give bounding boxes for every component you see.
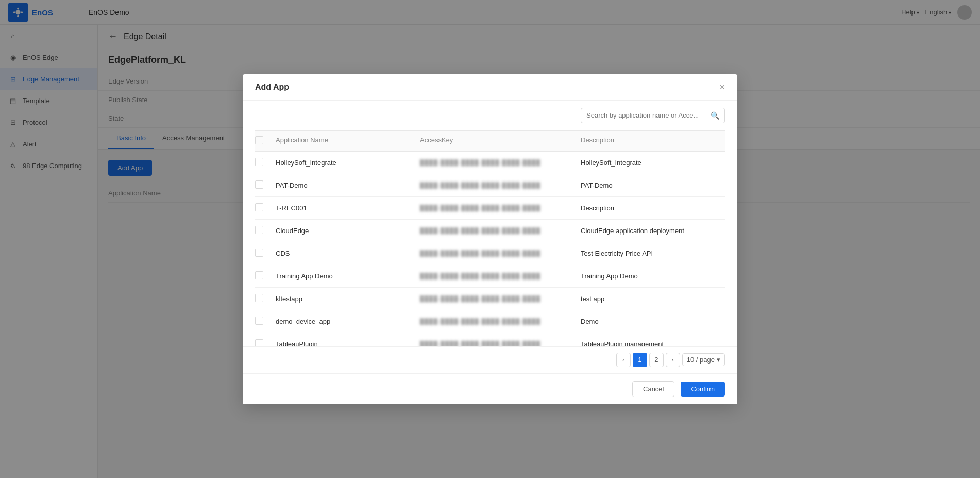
pagination: ‹ 1 2 › 10 / page ▾ — [243, 346, 737, 373]
table-row: Training App Demo ████-████-████-████-██… — [255, 265, 725, 288]
col-header-accesskey: AccessKey — [420, 136, 581, 146]
modal-header: Add App × — [243, 74, 737, 101]
row-5-name: Training App Demo — [276, 272, 420, 280]
row-5-checkbox[interactable] — [255, 271, 276, 281]
modal-close-button[interactable]: × — [719, 83, 725, 92]
modal-title: Add App — [255, 83, 289, 92]
col-header-name: Application Name — [276, 136, 420, 146]
row-4-checkbox[interactable] — [255, 249, 276, 258]
table-header-row: Application Name AccessKey Description — [255, 130, 725, 152]
row-6-accesskey: ████-████-████-████-████-████ — [420, 295, 581, 302]
row-3-name: CloudEdge — [276, 227, 420, 235]
row-0-accesskey: ████-████-████-████-████-████ — [420, 159, 581, 166]
table-row: CDS ████-████-████-████-████-████ Test E… — [255, 242, 725, 265]
row-0-description: HolleySoft_Integrate — [581, 159, 725, 167]
select-all-checkbox[interactable] — [255, 136, 263, 144]
row-6-checkbox[interactable] — [255, 294, 276, 304]
search-input[interactable] — [586, 111, 707, 119]
confirm-button[interactable]: Confirm — [681, 382, 725, 397]
row-4-name: CDS — [276, 250, 420, 257]
pagination-page-1[interactable]: 1 — [633, 353, 647, 367]
col-header-description: Description — [581, 136, 725, 146]
row-8-accesskey: ████-████-████-████-████-████ — [420, 341, 581, 346]
row-5-description: Training App Demo — [581, 272, 725, 280]
modal-table: Application Name AccessKey Description H… — [243, 130, 737, 346]
row-8-name: TableauPlugin — [276, 340, 420, 346]
page-size-selector[interactable]: 10 / page ▾ — [682, 353, 725, 366]
search-icon: 🔍 — [711, 111, 719, 120]
row-7-name: demo_device_app — [276, 318, 420, 325]
row-1-accesskey: ████-████-████-████-████-████ — [420, 182, 581, 188]
modal-overlay: Add App × 🔍 Application Name AccessKey D… — [0, 0, 980, 478]
row-7-description: Demo — [581, 318, 725, 325]
pagination-page-2[interactable]: 2 — [649, 353, 664, 367]
table-row: PAT-Demo ████-████-████-████-████-████ P… — [255, 174, 725, 197]
row-2-checkbox[interactable] — [255, 203, 276, 213]
chevron-down-icon: ▾ — [717, 356, 720, 364]
table-row: HolleySoft_Integrate ████-████-████-████… — [255, 152, 725, 174]
row-6-description: test app — [581, 295, 725, 303]
row-5-accesskey: ████-████-████-████-████-████ — [420, 273, 581, 279]
row-1-description: PAT-Demo — [581, 182, 725, 189]
cancel-button[interactable]: Cancel — [632, 381, 674, 397]
row-4-accesskey: ████-████-████-████-████-████ — [420, 250, 581, 256]
search-input-wrap: 🔍 — [581, 108, 725, 123]
row-2-name: T-REC001 — [276, 204, 420, 212]
row-3-description: CloudEdge application deployment — [581, 227, 725, 235]
table-row: TableauPlugin ████-████-████-████-████-█… — [255, 333, 725, 346]
row-7-accesskey: ████-████-████-████-████-████ — [420, 318, 581, 324]
table-row: T-REC001 ████-████-████-████-████-████ D… — [255, 197, 725, 220]
row-0-name: HolleySoft_Integrate — [276, 159, 420, 167]
table-row: CloudEdge ████-████-████-████-████-████ … — [255, 220, 725, 242]
table-row: demo_device_app ████-████-████-████-████… — [255, 310, 725, 333]
pagination-prev[interactable]: ‹ — [616, 353, 631, 367]
row-4-description: Test Electricity Price API — [581, 250, 725, 257]
row-7-checkbox[interactable] — [255, 317, 276, 326]
row-1-name: PAT-Demo — [276, 182, 420, 189]
row-0-checkbox[interactable] — [255, 158, 276, 168]
modal-footer: Cancel Confirm — [243, 373, 737, 404]
modal-search-bar: 🔍 — [243, 101, 737, 130]
row-2-accesskey: ████-████-████-████-████-████ — [420, 205, 581, 211]
row-6-name: kltestapp — [276, 295, 420, 303]
row-3-accesskey: ████-████-████-████-████-████ — [420, 227, 581, 234]
add-app-modal: Add App × 🔍 Application Name AccessKey D… — [243, 74, 737, 404]
pagination-next[interactable]: › — [666, 353, 680, 367]
row-8-checkbox[interactable] — [255, 339, 276, 346]
row-3-checkbox[interactable] — [255, 226, 276, 236]
col-header-checkbox — [255, 136, 276, 146]
row-8-description: TableauPlugin management — [581, 340, 725, 346]
row-2-description: Description — [581, 204, 725, 212]
row-1-checkbox[interactable] — [255, 180, 276, 190]
table-row: kltestapp ████-████-████-████-████-████ … — [255, 288, 725, 310]
